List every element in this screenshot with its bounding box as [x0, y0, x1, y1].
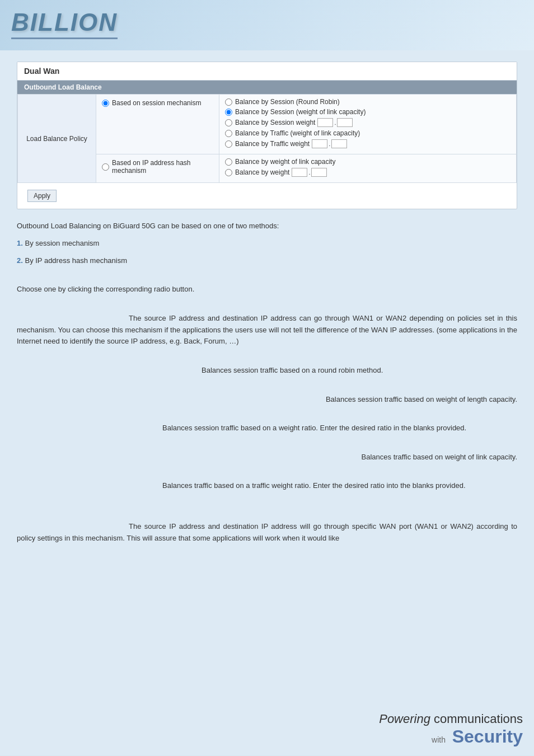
logo-text: BILLION	[11, 8, 118, 39]
load-balance-label: Load Balance Policy	[18, 95, 96, 183]
opt4-radio[interactable]	[225, 130, 232, 137]
opt3-sep: .	[334, 119, 336, 126]
footer-brand: Powering communications with Security	[379, 712, 523, 747]
opt7-sep: .	[308, 169, 310, 176]
opt5-label: Balance by Traffic weight	[235, 140, 310, 148]
opt5-sep: .	[329, 140, 330, 147]
section-header: Outbound Load Balance	[17, 81, 517, 94]
opt5-radio[interactable]	[225, 140, 232, 148]
opt5-input2[interactable]	[331, 139, 347, 148]
round-robin-desc: Balances session traffic based on a roun…	[17, 365, 517, 377]
with-text: with	[432, 735, 446, 744]
communications-text: communications	[434, 712, 523, 726]
apply-section: Apply	[17, 183, 517, 209]
opt1-radio[interactable]	[225, 98, 232, 106]
opt4-label: Balance by Traffic (weight of link capac…	[235, 129, 360, 137]
opt7-input1[interactable]	[292, 168, 307, 177]
mechanism2-radio[interactable]: Based on IP address hash mechanism	[102, 159, 213, 175]
main-content: Dual Wan Outbound Load Balance Load Bala…	[0, 50, 534, 755]
option-session-weight: Balance by Session weight .	[225, 118, 510, 127]
dual-wan-panel: Dual Wan Outbound Load Balance Load Bala…	[17, 62, 517, 209]
opt7-inputs: .	[292, 168, 327, 177]
description-section: Outbound Load Balancing on BiGuard 50G c…	[17, 220, 517, 544]
traffic-weight-desc: Balances traffic based on a traffic weig…	[17, 480, 517, 492]
option-round-robin: Balance by Session (Round Robin)	[225, 98, 510, 106]
list-item-1: 1. By session mechanism	[17, 238, 517, 250]
panel-title: Dual Wan	[17, 62, 517, 81]
choose-text: Choose one by clicking the corresponding…	[17, 284, 517, 295]
option-weight-capacity: Balance by weight of link capacity	[225, 158, 510, 166]
traffic-weight-capacity-desc: Balances traffic based on weight of link…	[17, 452, 517, 463]
powering-text: Powering	[379, 712, 430, 726]
mechanism2-radio-label[interactable]: Based on IP address hash mechanism	[112, 159, 213, 175]
footer-security: with Security	[379, 726, 523, 747]
weight-capacity-desc: Balances session traffic based on weight…	[17, 394, 517, 406]
opt2-label: Balance by Session (weight of link capac…	[235, 108, 366, 116]
list-num-1: 1.	[17, 239, 23, 247]
ip-hash-desc: The source IP address and destination IP…	[17, 521, 517, 544]
session-weight-desc: Balances session traffic based on a weig…	[17, 422, 517, 434]
policy-table: Load Balance Policy Based on session mec…	[17, 94, 517, 183]
opt2-radio[interactable]	[225, 109, 232, 116]
option-weight: Balance by weight .	[225, 168, 510, 177]
mechanism2-radio-input[interactable]	[102, 163, 109, 171]
opt7-input2[interactable]	[311, 168, 327, 177]
opt3-radio[interactable]	[225, 119, 232, 126]
header: BILLION	[0, 0, 534, 50]
opt3-input1[interactable]	[317, 118, 333, 127]
intro-text: Outbound Load Balancing on BiGuard 50G c…	[17, 220, 517, 232]
mechanism1-radio-label[interactable]: Based on session mechanism	[112, 99, 201, 107]
apply-button[interactable]: Apply	[27, 190, 57, 202]
option-traffic-weight-capacity: Balance by Traffic (weight of link capac…	[225, 129, 510, 137]
options-cell-2: Balance by weight of link capacity Balan…	[219, 154, 517, 183]
opt7-radio[interactable]	[225, 169, 232, 176]
logo: BILLION	[11, 8, 118, 39]
opt3-input2[interactable]	[337, 118, 353, 127]
session-desc: The source IP address and destination IP…	[17, 313, 517, 348]
mechanism2-cell: Based on IP address hash mechanism	[96, 154, 219, 183]
option-traffic-weight: Balance by Traffic weight .	[225, 139, 510, 148]
footer-powering: Powering communications	[379, 712, 523, 726]
security-text: Security	[452, 726, 523, 746]
opt5-inputs: .	[312, 139, 347, 148]
opt5-input1[interactable]	[312, 139, 327, 148]
opt7-label: Balance by weight	[235, 168, 289, 176]
mechanism1-radio-input[interactable]	[102, 100, 109, 107]
list-num-2: 2.	[17, 256, 23, 265]
opt6-label: Balance by weight of link capacity	[235, 158, 335, 166]
mechanism1-cell: Based on session mechanism	[96, 95, 219, 154]
mechanism1-radio[interactable]: Based on session mechanism	[102, 99, 213, 107]
opt1-label: Balance by Session (Round Robin)	[235, 98, 340, 106]
opt6-radio[interactable]	[225, 158, 232, 166]
opt3-inputs: .	[317, 118, 353, 127]
list-text-2: By IP address hash mechanism	[25, 256, 127, 265]
list-text-1: By session mechanism	[25, 239, 99, 247]
option-session-weight-capacity: Balance by Session (weight of link capac…	[225, 108, 510, 116]
options-cell: Balance by Session (Round Robin) Balance…	[219, 95, 517, 154]
table-row: Load Balance Policy Based on session mec…	[18, 95, 517, 154]
list-item-2: 2. By IP address hash mechanism	[17, 255, 517, 267]
opt3-label: Balance by Session weight	[235, 119, 315, 126]
